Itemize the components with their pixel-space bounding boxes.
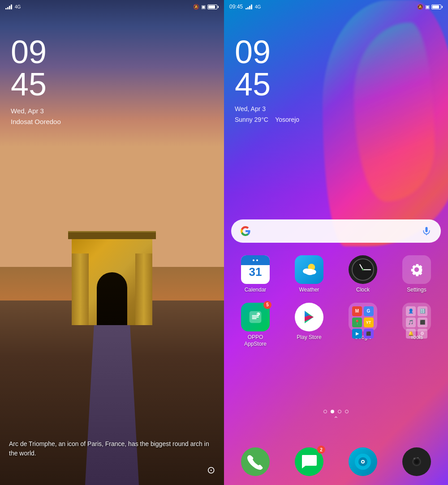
app-weather[interactable]: Weather — [287, 255, 332, 294]
app-settings[interactable]: Settings — [394, 255, 439, 294]
lock-screen: 4G 🔕 ▣ 09 45 Wed, Apr 3 Indosat Ooredoo … — [0, 0, 224, 485]
dock-phone[interactable] — [237, 447, 273, 476]
lock-screen-camera-button[interactable]: ⊙ — [207, 464, 215, 476]
clock-icon — [349, 255, 377, 284]
arch-right-pillar — [135, 253, 152, 325]
google-mini-5: ▶ — [352, 329, 362, 339]
left-signal-area: 4G — [5, 4, 21, 9]
right-clock-minute: 45 — [235, 68, 299, 100]
microphone-icon[interactable] — [419, 224, 434, 238]
right-battery-fill — [432, 5, 439, 9]
page-dot-3[interactable] — [338, 410, 341, 413]
home-screen: 09:45 4G 🔕 ▣ 09 45 Wed, Apr 3 — [224, 0, 448, 485]
camera-svg — [408, 453, 425, 470]
flame-decoration-2 — [354, 22, 435, 202]
google-g-icon — [238, 224, 253, 238]
right-battery-tip — [442, 6, 443, 8]
dock-messages[interactable]: 2 — [291, 447, 327, 476]
signal-bar-1 — [5, 8, 7, 9]
google-mini-1: M — [352, 306, 362, 316]
app-google[interactable]: M G 📍 YT ▶ ⬛ — [340, 303, 385, 348]
right-mute-icon: 🔕 — [417, 4, 423, 10]
music-svg — [355, 454, 371, 470]
left-clock-info: Wed, Apr 3 Indosat Ooredoo — [11, 106, 61, 127]
calendar-inner: ● ● 31 — [241, 255, 270, 284]
left-battery-fill — [208, 5, 215, 9]
right-time-signal: 09:45 4G — [229, 4, 261, 10]
lock-screen-caption: Arc de Triomphe, an icon of Paris, Franc… — [9, 439, 215, 458]
arch-opening — [97, 272, 127, 325]
app-tools[interactable]: 👤 🔡 🎵 ⬛ 🔔 ⚙ — [394, 303, 439, 348]
page-dot-1[interactable] — [323, 410, 327, 413]
left-status-bar: 4G 🔕 ▣ — [0, 0, 224, 13]
clock-center-dot — [362, 269, 364, 270]
right-clock-info: Wed, Apr 3 Sunny 29°C Yosorejo — [235, 104, 299, 125]
signal-bar-2 — [7, 7, 9, 9]
app-play-store[interactable]: Play Store — [287, 303, 332, 348]
app-grid: ● ● 31 Calendar Weather — [224, 255, 448, 357]
right-clock-display: 09 45 Wed, Apr 3 Sunny 29°C Yosorejo — [235, 36, 299, 125]
page-dot-2[interactable] — [331, 410, 334, 413]
left-clock-minute: 45 — [11, 68, 61, 100]
left-network-type: 4G — [15, 4, 21, 9]
play-store-label: Play Store — [297, 334, 321, 341]
right-system-icons: 🔕 ▣ — [417, 4, 443, 10]
right-battery-body — [431, 4, 441, 9]
page-dot-4[interactable] — [345, 410, 349, 413]
oppo-appstore-icon: 5 ✦ — [241, 303, 270, 331]
svg-point-3 — [310, 270, 316, 275]
right-battery-icon — [431, 4, 443, 9]
google-mini-6: ⬛ — [364, 329, 374, 339]
google-mini-2: G — [364, 306, 374, 316]
svg-point-16 — [418, 457, 418, 458]
left-battery-body — [207, 4, 217, 9]
dock-camera[interactable] — [399, 447, 435, 476]
right-weather: Sunny 29°C — [235, 116, 268, 123]
svg-point-14 — [415, 460, 418, 464]
google-mini-4: YT — [364, 318, 374, 327]
google-search-bar[interactable] — [231, 219, 441, 243]
calendar-icon: ● ● 31 — [241, 255, 270, 284]
svg-point-10 — [362, 461, 364, 463]
page-indicator — [224, 410, 448, 413]
weather-svg — [300, 260, 319, 279]
music-dock-icon — [349, 447, 377, 476]
left-clock-display: 09 45 Wed, Apr 3 Indosat Ooredoo — [11, 36, 61, 127]
left-battery-tip — [218, 6, 219, 8]
google-mini-3: 📍 — [352, 318, 362, 327]
app-row-1: ● ● 31 Calendar Weather — [228, 255, 444, 294]
svg-point-15 — [414, 458, 415, 459]
right-status-bar: 09:45 4G 🔕 ▣ — [224, 0, 448, 13]
phone-dock-icon — [241, 447, 270, 476]
signal-bar-4 — [251, 4, 252, 9]
calendar-label: Calendar — [245, 287, 267, 294]
settings-icon — [402, 255, 431, 284]
oppo-logo-svg: ✦ — [246, 308, 264, 326]
left-signal-bars — [5, 4, 12, 9]
clock-face — [352, 258, 374, 281]
app-calendar[interactable]: ● ● 31 Calendar — [233, 255, 278, 294]
oppo-badge: 5 — [263, 301, 271, 309]
app-clock[interactable]: Clock — [340, 255, 385, 294]
mic-svg — [422, 227, 431, 236]
arch-cornice — [68, 231, 156, 239]
message-svg — [301, 454, 317, 470]
calendar-header: ● ● — [241, 255, 270, 265]
tools-mini-6: ⚙ — [418, 329, 427, 339]
app-oppo-appstore[interactable]: 5 ✦ OPPOAppStore — [233, 303, 278, 348]
right-date: Wed, Apr 3 — [235, 104, 299, 115]
dock-music[interactable] — [345, 447, 381, 476]
tools-mini-5: 🔔 — [406, 329, 416, 339]
tools-mini-2: 🔡 — [418, 306, 427, 316]
right-signal-bars — [246, 4, 252, 9]
tools-mini-1: 👤 — [406, 306, 416, 316]
settings-label: Settings — [407, 287, 426, 294]
calendar-date: 31 — [249, 266, 262, 278]
messages-dock-icon: 2 — [295, 447, 323, 476]
google-folder-icon: M G 📍 YT ▶ ⬛ — [349, 303, 377, 331]
signal-bar-4 — [11, 4, 12, 9]
arch-left-pillar — [72, 253, 89, 325]
tools-mini-3: 🎵 — [406, 318, 416, 327]
right-clock-hour: 09 — [235, 36, 299, 68]
messages-badge: 2 — [317, 446, 325, 454]
